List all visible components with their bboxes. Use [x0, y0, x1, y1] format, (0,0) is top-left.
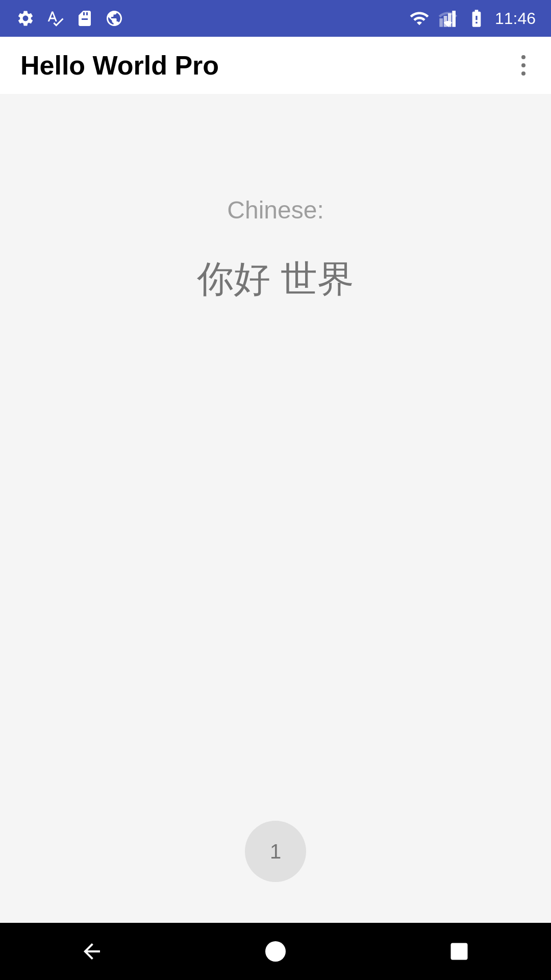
language-label: Chinese: — [227, 196, 323, 224]
navigation-bar — [0, 923, 551, 980]
hello-world-chinese: 你好 世界 — [197, 255, 354, 304]
signal-icon — [438, 8, 458, 29]
app-bar: Hello World Pro — [0, 37, 551, 94]
sd-card-icon — [74, 8, 95, 29]
status-bar: 11:46 — [0, 0, 551, 37]
status-time: 11:46 — [495, 9, 536, 28]
more-dot-2 — [521, 63, 525, 67]
more-dot-3 — [521, 71, 525, 76]
back-button[interactable] — [71, 931, 112, 972]
status-bar-left-icons — [15, 8, 124, 29]
page-indicator-container: 1 — [245, 821, 306, 882]
sync-icon — [104, 8, 124, 29]
svg-point-4 — [265, 941, 286, 962]
svg-rect-3 — [452, 11, 456, 27]
status-bar-right-icons: 11:46 — [409, 8, 536, 29]
battery-icon — [466, 8, 487, 29]
main-content: Chinese: 你好 世界 1 — [0, 94, 551, 923]
spellcheck-icon — [45, 8, 65, 29]
settings-icon — [15, 8, 36, 29]
home-button[interactable] — [255, 931, 296, 972]
svg-rect-0 — [439, 18, 443, 27]
svg-rect-2 — [448, 13, 452, 27]
page-indicator: 1 — [245, 821, 306, 882]
svg-rect-1 — [444, 16, 447, 27]
app-title: Hello World Pro — [20, 50, 219, 81]
wifi-icon — [409, 8, 430, 29]
svg-rect-5 — [451, 943, 468, 960]
more-dot-1 — [521, 55, 525, 59]
more-options-button[interactable] — [516, 50, 531, 81]
recent-apps-button[interactable] — [439, 931, 480, 972]
